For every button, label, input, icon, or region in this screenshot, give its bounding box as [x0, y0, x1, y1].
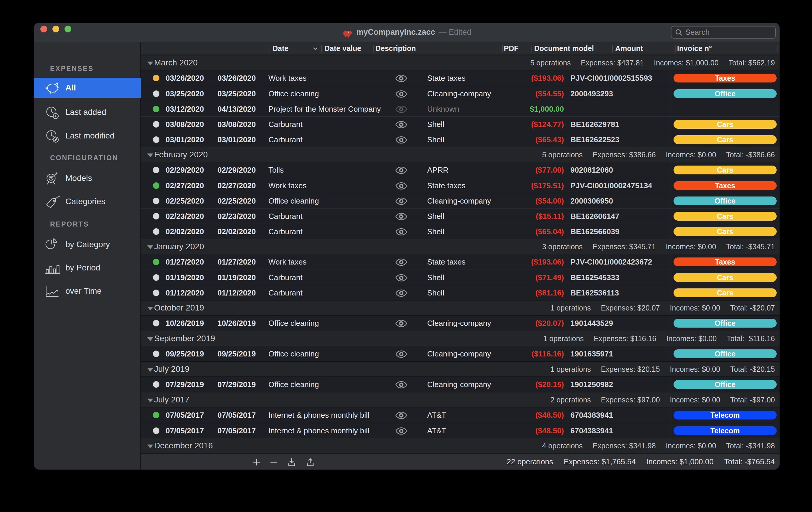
table-row[interactable]: 03/08/202003/08/2020Carburant Shell($124…	[141, 116, 780, 132]
group-collapse-triangle-icon[interactable]	[147, 399, 153, 402]
group-row[interactable]: February 20205 operationsExpenses: $386.…	[141, 147, 780, 162]
close-button[interactable]	[40, 26, 47, 32]
sidebar-item-models[interactable]: Models	[34, 168, 141, 188]
pdf-eye-icon[interactable]	[395, 381, 409, 389]
group-row[interactable]: July 20172 operationsExpenses: $97.00Inc…	[141, 392, 780, 408]
pdf-eye-icon[interactable]	[395, 289, 409, 297]
cell-amount: ($20.07)	[505, 315, 564, 331]
pdf-eye-icon[interactable]	[395, 166, 409, 174]
group-expenses: Expenses: $341.98	[593, 442, 656, 450]
export-button[interactable]	[304, 457, 316, 468]
pdf-eye-icon[interactable]	[395, 274, 409, 282]
pdf-eye-icon[interactable]	[395, 90, 409, 98]
pdf-eye-icon[interactable]	[395, 350, 409, 358]
pdf-eye-icon[interactable]	[395, 228, 409, 236]
group-row[interactable]: March 20205 operationsExpenses: $437.81I…	[141, 55, 780, 70]
table-row[interactable]: 03/26/202003/26/2020Work taxes State tax…	[141, 70, 780, 86]
add-operation-button[interactable]	[251, 457, 262, 468]
category-pill-office[interactable]: Office	[673, 197, 777, 205]
sidebar-item-by-category[interactable]: by Category	[34, 235, 141, 254]
category-pill-cars[interactable]: Cars	[673, 165, 777, 174]
column-header-document-model[interactable]: Document model	[534, 42, 594, 55]
sidebar-item-over-time[interactable]: over Time	[34, 281, 141, 301]
table-row[interactable]: 01/12/202001/12/2020Carburant Shell($81.…	[141, 285, 780, 300]
column-header-amount[interactable]: Amount	[615, 42, 643, 55]
group-row[interactable]: December 20164 operationsExpenses: $341.…	[141, 438, 780, 453]
group-row[interactable]: January 20203 operationsExpenses: $345.7…	[141, 239, 780, 254]
pdf-eye-icon[interactable]	[395, 319, 409, 328]
table-row[interactable]: 02/02/202002/02/2020Carburant Shell($65.…	[141, 223, 780, 239]
table-row[interactable]: 07/05/201707/05/2017Internet & phones mo…	[141, 423, 780, 438]
category-pill-taxes[interactable]: Taxes	[673, 258, 777, 266]
remove-operation-button[interactable]	[268, 457, 280, 468]
group-collapse-triangle-icon[interactable]	[147, 445, 153, 448]
table-row[interactable]: 01/19/202001/19/2020Carburant Shell($71.…	[141, 270, 780, 285]
group-operations-count: 1 operations	[543, 334, 584, 343]
column-header-pdf[interactable]: PDF	[504, 42, 519, 55]
pdf-eye-icon[interactable]	[395, 197, 409, 205]
table-row[interactable]: 07/05/201707/05/2017Internet & phones mo…	[141, 408, 780, 423]
group-collapse-triangle-icon[interactable]	[147, 337, 153, 341]
sidebar-item-last-modified[interactable]: Last modified	[34, 126, 141, 146]
search-field[interactable]	[671, 26, 776, 38]
cell-date-value: 03/25/2020	[218, 86, 256, 101]
table-row[interactable]: 03/25/202003/25/2020Office cleaning Clea…	[141, 86, 780, 101]
minimize-button[interactable]	[53, 26, 59, 32]
sidebar-item-by-period[interactable]: by Period	[34, 258, 141, 278]
category-pill-office[interactable]: Office	[673, 380, 777, 389]
pdf-eye-icon[interactable]	[395, 258, 409, 266]
category-pill-telecom[interactable]: Telecom	[673, 426, 777, 435]
category-pill-cars[interactable]: Cars	[673, 135, 777, 144]
table-row[interactable]: 10/26/201910/26/2019Office cleaning Clea…	[141, 315, 780, 331]
sidebar-item-last-added[interactable]: Last added	[34, 102, 141, 122]
table-row[interactable]: 03/12/202004/13/2020Project for the Mons…	[141, 101, 780, 116]
category-pill-cars[interactable]: Cars	[673, 120, 777, 129]
group-collapse-triangle-icon[interactable]	[147, 62, 153, 65]
group-row[interactable]: September 20191 operationsExpenses: $116…	[141, 331, 780, 346]
table-row[interactable]: 02/29/202002/29/2020Tolls APRR($77.00)90…	[141, 162, 780, 178]
pdf-eye-icon[interactable]	[395, 120, 409, 129]
group-row[interactable]: October 20191 operationsExpenses: $20.07…	[141, 300, 780, 315]
pdf-eye-icon[interactable]	[395, 105, 409, 113]
category-pill-office[interactable]: Office	[673, 319, 777, 328]
zoom-button[interactable]	[64, 26, 71, 32]
category-pill-telecom[interactable]: Telecom	[673, 411, 777, 420]
category-pill-cars[interactable]: Cars	[673, 273, 777, 282]
table-row[interactable]: 02/27/202002/27/2020Work taxes State tax…	[141, 178, 780, 193]
sidebar-item-all[interactable]: All	[34, 78, 141, 98]
category-pill-taxes[interactable]: Taxes	[673, 181, 777, 190]
group-collapse-triangle-icon[interactable]	[147, 368, 153, 372]
group-collapse-triangle-icon[interactable]	[147, 153, 153, 157]
category-pill-cars[interactable]: Cars	[673, 289, 777, 297]
group-collapse-triangle-icon[interactable]	[147, 307, 153, 310]
table-row[interactable]: 02/23/202002/23/2020Carburant Shell($15.…	[141, 208, 780, 223]
category-pill-cars[interactable]: Cars	[673, 212, 777, 221]
table-row[interactable]: 02/25/202002/25/2020Office cleaning Clea…	[141, 193, 780, 208]
sidebar-item-categories[interactable]: Categories	[34, 191, 141, 212]
sort-chevron-down-icon[interactable]	[312, 47, 318, 52]
column-header-description[interactable]: Description	[375, 42, 416, 55]
table-row[interactable]: 03/01/202003/01/2020Carburant Shell($65.…	[141, 132, 780, 147]
table-row[interactable]: 07/29/201907/29/2019Office cleaning Clea…	[141, 377, 780, 392]
group-row[interactable]: July 20191 operationsExpenses: $20.15Inc…	[141, 361, 780, 377]
table-row[interactable]: 01/27/202001/27/2020Work taxes State tax…	[141, 254, 780, 270]
category-pill-taxes[interactable]: Taxes	[673, 73, 777, 83]
category-pill-cars[interactable]: Cars	[673, 227, 777, 236]
group-collapse-triangle-icon[interactable]	[147, 245, 153, 249]
pdf-eye-icon[interactable]	[395, 74, 409, 83]
search-input[interactable]	[685, 28, 772, 37]
category-pill-office[interactable]: Office	[673, 350, 777, 358]
column-header-invoice-n-[interactable]: Invoice n°	[677, 42, 712, 55]
pdf-eye-icon[interactable]	[395, 136, 409, 144]
column-header-date[interactable]: Date	[272, 42, 288, 55]
status-dot-white	[153, 167, 160, 173]
import-button[interactable]	[286, 457, 297, 468]
column-header-date-value[interactable]: Date value	[324, 42, 361, 55]
pdf-eye-icon[interactable]	[395, 411, 409, 420]
category-pill-office[interactable]: Office	[673, 89, 777, 98]
group-summary: 3 operationsExpenses: $345.71Incomes: $0…	[542, 239, 775, 254]
table-row[interactable]: 09/25/201909/25/2019Office cleaning Clea…	[141, 346, 780, 361]
pdf-eye-icon[interactable]	[395, 427, 409, 435]
pdf-eye-icon[interactable]	[395, 212, 409, 221]
pdf-eye-icon[interactable]	[395, 182, 409, 190]
